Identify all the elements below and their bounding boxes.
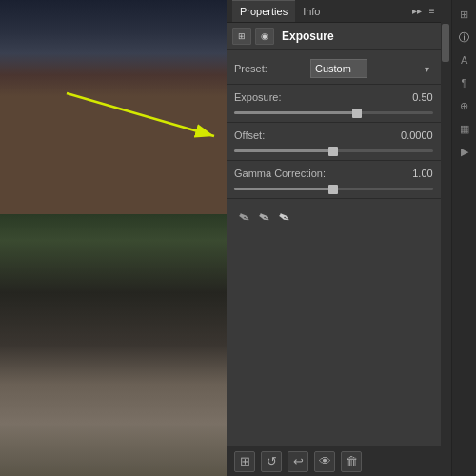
add-icon: ⊞: [240, 454, 250, 468]
undo-icon: ↩: [293, 454, 304, 468]
exposure-slider-container: [227, 108, 441, 120]
trash-icon: 🗑: [346, 454, 358, 468]
eyedropper-black-icon[interactable]: ✒: [234, 207, 254, 228]
exposure-title: Exposure: [282, 30, 334, 43]
exposure-value: 0.50: [310, 91, 433, 103]
divider-4: [227, 198, 441, 199]
eyedropper-gray-icon[interactable]: ✒: [254, 207, 274, 228]
divider-3: [227, 160, 441, 161]
menu-icon[interactable]: ≡: [429, 6, 435, 16]
undo-btn[interactable]: ↩: [288, 451, 308, 472]
image-canvas: [0, 0, 227, 476]
preset-select-wrapper: Custom: [310, 59, 433, 78]
tab-icons: ▸▸ ≡: [412, 6, 435, 16]
delete-btn[interactable]: 🗑: [341, 451, 362, 472]
circle-icon: ◉: [261, 31, 268, 41]
properties-panel: Properties Info ▸▸ ≡ ⊞ ◉ Exposure: [227, 0, 441, 476]
gamma-value: 1.00: [348, 168, 433, 179]
offset-slider-thumb[interactable]: [328, 147, 338, 156]
icon-strip: ⊞ ⓘ A ¶ ⊕ ▦ ▶: [451, 0, 476, 476]
gamma-slider-track[interactable]: [234, 188, 433, 190]
strip-text-icon[interactable]: A: [454, 50, 475, 70]
exposure-slider-thumb[interactable]: [352, 109, 362, 118]
offset-row: Offset: 0.0000: [227, 125, 441, 146]
divider-1: [227, 84, 441, 85]
offset-slider-fill: [234, 149, 333, 152]
bottom-toolbar: ⊞ ↺ ↩ 👁 🗑: [227, 446, 441, 476]
visibility-btn[interactable]: 👁: [314, 451, 335, 472]
eye-icon: 👁: [319, 454, 331, 468]
panel-tabs: Properties Info ▸▸ ≡: [227, 0, 441, 23]
arrow-annotation: [57, 84, 227, 160]
offset-slider-track[interactable]: [234, 149, 433, 152]
eyedropper-white-icon[interactable]: ✒: [274, 207, 294, 228]
right-panel: Properties Info ▸▸ ≡ ⊞ ◉ Exposure: [227, 0, 476, 476]
gamma-slider-container: [227, 184, 441, 196]
exposure-row: Exposure: 0.50: [227, 87, 441, 108]
strip-info-icon[interactable]: ⓘ: [454, 27, 475, 48]
image-tool-btn[interactable]: ⊞: [232, 28, 251, 45]
preset-select[interactable]: Custom: [310, 59, 367, 78]
gamma-slider-fill: [234, 188, 333, 190]
scrollbar-thumb[interactable]: [442, 24, 449, 62]
divider-2: [227, 122, 441, 123]
adjustment-tool-btn[interactable]: ◉: [255, 28, 274, 45]
exposure-label: Exposure:: [234, 91, 310, 103]
scrollbar[interactable]: [441, 0, 451, 476]
strip-histogram-icon[interactable]: ▦: [454, 118, 475, 139]
preset-label: Preset:: [234, 63, 310, 74]
strip-channel-icon[interactable]: ⊕: [454, 95, 475, 116]
offset-label: Offset:: [234, 129, 310, 141]
strip-play-icon[interactable]: ▶: [454, 141, 475, 162]
offset-value: 0.0000: [310, 129, 433, 141]
refresh-icon: ↺: [267, 454, 277, 468]
expand-icon[interactable]: ▸▸: [412, 6, 422, 16]
gamma-row: Gamma Correction: 1.00: [227, 163, 441, 184]
gamma-slider-thumb[interactable]: [328, 185, 338, 194]
exposure-slider-track[interactable]: [234, 111, 433, 114]
offset-slider-container: [227, 146, 441, 158]
add-adjustment-btn[interactable]: ⊞: [234, 451, 255, 472]
strip-layers-icon[interactable]: ⊞: [454, 4, 475, 25]
image-icon: ⊞: [238, 31, 246, 41]
strip-paragraph-icon[interactable]: ¶: [454, 72, 475, 93]
toolbar-row: ⊞ ◉ Exposure: [227, 23, 441, 50]
refresh-btn[interactable]: ↺: [261, 451, 282, 472]
tab-info[interactable]: Info: [295, 0, 327, 22]
main-container: Properties Info ▸▸ ≡ ⊞ ◉ Exposure: [0, 0, 476, 476]
exposure-slider-fill: [234, 111, 357, 114]
panel-content: Preset: Custom Exposure: 0.50: [227, 50, 441, 446]
eyedropper-row: ✒ ✒ ✒: [227, 201, 441, 234]
svg-line-1: [67, 93, 214, 136]
preset-row: Preset: Custom: [227, 55, 441, 82]
gamma-label: Gamma Correction:: [234, 168, 348, 179]
tab-properties[interactable]: Properties: [232, 0, 295, 22]
